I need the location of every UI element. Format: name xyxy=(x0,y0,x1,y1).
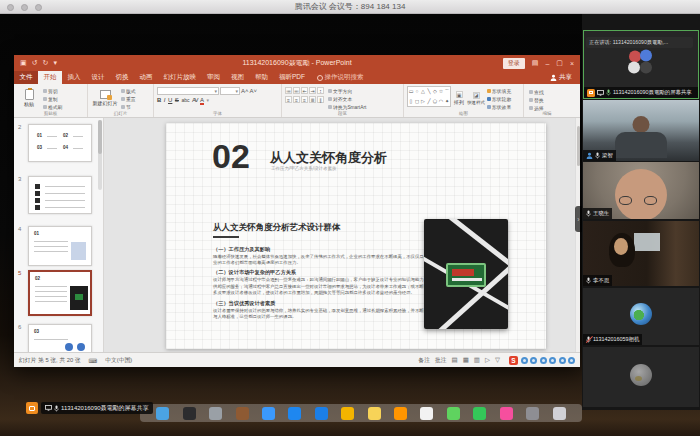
save-icon[interactable]: ▣ xyxy=(20,59,27,67)
close-icon[interactable]: × xyxy=(570,60,574,67)
bold-button[interactable]: B xyxy=(157,97,161,103)
shape-fill-button[interactable]: 形状填充 xyxy=(487,88,511,94)
slide-thumbnail-4[interactable]: 01 xyxy=(28,226,92,266)
tell-me-search[interactable]: 操作说明搜索 xyxy=(311,71,370,84)
find-button[interactable]: 查找 xyxy=(529,89,567,95)
reset-button[interactable]: 重置 xyxy=(121,96,136,102)
shape-outline-button[interactable]: 形状轮廓 xyxy=(487,96,511,102)
font-size-select[interactable]: ▾ xyxy=(220,87,240,95)
close-window-icon[interactable] xyxy=(7,4,14,11)
decrease-indent-icon[interactable]: ⇤ xyxy=(301,87,308,94)
tab-file[interactable]: 文件 xyxy=(14,71,38,84)
bullets-icon[interactable]: ≔ xyxy=(285,87,292,94)
dock-appstore-icon[interactable] xyxy=(315,407,328,420)
dock-launchpad-icon[interactable] xyxy=(209,407,222,420)
sidebar-collapse-handle[interactable]: › xyxy=(575,206,582,232)
share-button[interactable]: 共享 xyxy=(550,71,580,84)
arrange-button[interactable]: ▣ 排列 xyxy=(451,86,467,110)
slide-scrollbar[interactable] xyxy=(575,118,580,352)
align-text-button[interactable]: 对齐文本 xyxy=(328,96,366,102)
dock-settings-icon[interactable] xyxy=(526,407,539,420)
undo-icon[interactable]: ↺ xyxy=(32,59,38,67)
shapes-gallery[interactable]: ▭○△╲◇☆⌒ ▯◻▷╱⬠◠✦ xyxy=(407,86,451,107)
comments-toggle[interactable]: 批注 xyxy=(435,356,447,365)
columns-icon[interactable]: ∥ xyxy=(317,96,324,103)
dock-messages-icon[interactable] xyxy=(447,407,460,420)
dock-maps-icon[interactable] xyxy=(341,407,354,420)
minimize-window-icon[interactable] xyxy=(21,4,28,11)
layout-button[interactable]: 版式 xyxy=(121,88,136,94)
tab-design[interactable]: 设计 xyxy=(86,71,110,84)
tab-animations[interactable]: 动画 xyxy=(134,71,158,84)
replace-button[interactable]: 替换 xyxy=(529,97,567,103)
dock-safari-icon[interactable] xyxy=(262,407,275,420)
quick-styles-button[interactable]: ◪ 快速样式 xyxy=(467,86,485,110)
slide-heading[interactable]: 从人文关怀角度分析艺术设计群体 xyxy=(213,222,341,234)
new-slide-button[interactable]: 新建幻灯片 xyxy=(91,86,119,110)
tab-view[interactable]: 视图 xyxy=(226,71,250,84)
dock-trash-icon[interactable] xyxy=(553,407,566,420)
section-button[interactable]: 节 xyxy=(121,104,136,110)
reading-view-icon[interactable]: ▥ xyxy=(474,356,480,364)
align-right-icon[interactable]: ≡ xyxy=(301,96,308,103)
shrink-font-icon[interactable]: A˅ xyxy=(250,88,258,94)
tab-review[interactable]: 审阅 xyxy=(202,71,226,84)
smartart-button[interactable]: 转换为SmartArt xyxy=(328,104,366,110)
sogou-icon[interactable]: S xyxy=(509,356,518,365)
notes-toggle[interactable]: 备注 xyxy=(418,356,430,365)
ime-emoji-icon[interactable] xyxy=(540,357,547,364)
slide-thumbnail-2[interactable]: 01 02 03 04 xyxy=(28,124,92,162)
tab-insert[interactable]: 插入 xyxy=(62,71,86,84)
slide-sorter-icon[interactable]: ▦ xyxy=(463,356,469,364)
dock-books-icon[interactable] xyxy=(236,407,249,420)
line-spacing-icon[interactable]: ↕ xyxy=(317,87,324,94)
qat-dropdown-icon[interactable]: ▾ xyxy=(53,59,57,67)
italic-button[interactable]: I xyxy=(164,97,166,103)
grow-font-icon[interactable]: A˄ xyxy=(241,88,249,94)
underline-button[interactable]: U xyxy=(168,97,172,103)
language-status[interactable]: 中文(中国) xyxy=(105,356,132,365)
text-shadow-button[interactable]: abc xyxy=(181,97,189,103)
slide-section-number[interactable]: 02 xyxy=(212,139,250,173)
font-name-select[interactable]: ▾ xyxy=(157,87,219,95)
participant-tile-3[interactable]: 王晓生 xyxy=(583,162,699,219)
slideshow-icon[interactable]: ▷ xyxy=(485,356,490,364)
dock-photos-icon[interactable] xyxy=(420,407,433,420)
ime-shape-icon[interactable] xyxy=(530,357,537,364)
slide-subtitle[interactable]: 工作压力/甲乙方关系/设计者素质 xyxy=(271,166,337,171)
dock-mail-icon[interactable] xyxy=(288,407,301,420)
login-button[interactable]: 登录 xyxy=(503,58,525,69)
tab-foxit-pdf[interactable]: 福昕PDF xyxy=(274,71,311,84)
ime-settings-icon[interactable] xyxy=(559,357,566,364)
cut-button[interactable]: 剪切 xyxy=(43,88,62,94)
thumbnail-scrollbar[interactable] xyxy=(98,120,102,190)
character-spacing-button[interactable]: AV xyxy=(192,97,198,103)
spellcheck-icon[interactable]: ⌨ xyxy=(89,357,98,364)
format-painter-button[interactable]: 格式刷 xyxy=(43,104,62,110)
paste-button[interactable]: 粘贴 xyxy=(17,86,41,110)
tab-slideshow[interactable]: 幻灯片放映 xyxy=(158,71,202,84)
slide-title[interactable]: 从人文关怀角度分析 xyxy=(270,149,387,167)
slide-thumbnail-5-selected[interactable]: 02 xyxy=(28,270,92,316)
redo-icon[interactable]: ↻ xyxy=(43,59,49,67)
tab-home[interactable]: 开始 xyxy=(38,71,62,84)
tab-help[interactable]: 帮助 xyxy=(250,71,274,84)
strikethrough-button[interactable]: S xyxy=(175,97,179,103)
participant-tile-5[interactable]: 113142016059相机 xyxy=(583,288,699,345)
zoom-window-icon[interactable] xyxy=(35,4,42,11)
dock-finder-icon[interactable] xyxy=(156,407,169,420)
participant-tile-6[interactable] xyxy=(583,347,699,407)
dock-music-icon[interactable] xyxy=(500,407,513,420)
font-dropdown-icon[interactable]: ▾ xyxy=(207,97,210,103)
align-center-icon[interactable]: ≡ xyxy=(293,96,300,103)
text-direction-button[interactable]: 文字方向 xyxy=(328,88,366,94)
shape-effects-button[interactable]: 形状效果 xyxy=(487,104,511,110)
ime-mode-icon[interactable] xyxy=(521,357,528,364)
participant-tile-2[interactable]: 梁智 xyxy=(583,100,699,161)
slide-thumbnail-3[interactable] xyxy=(28,176,92,214)
copy-button[interactable]: 复制 xyxy=(43,96,62,102)
numbering-icon[interactable]: ≕ xyxy=(293,87,300,94)
minimize-icon[interactable]: – xyxy=(545,60,549,67)
tab-transitions[interactable]: 切换 xyxy=(110,71,134,84)
filter-icon[interactable]: ▽ xyxy=(495,356,500,364)
